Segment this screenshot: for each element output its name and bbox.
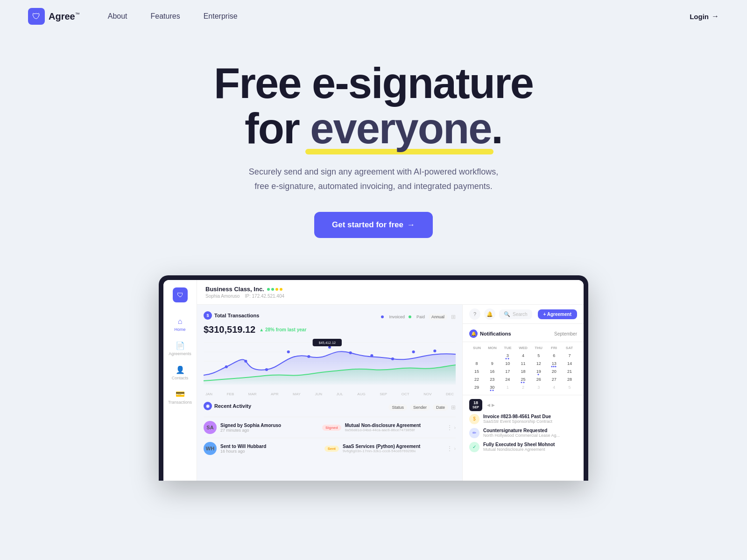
legend-invoiced: Invoiced (389, 315, 405, 319)
logo-icon: 🛡 (28, 8, 45, 25)
dollar-icon: $ (469, 414, 479, 424)
activity-grid-icon: ⊞ (451, 404, 456, 411)
top-bar: ? 🔔 🔍 Search + Agreement (463, 305, 584, 324)
dashboard-inner: 🛡 ⌂ Home 📄 Agreements 👤 Contacts 💳 Trans… (163, 280, 584, 481)
notif-item-countersign[interactable]: ✏ Countersignature Requested North Holly… (469, 428, 577, 438)
svg-point-7 (265, 368, 268, 371)
chart-svg: $45,412.12 (204, 338, 456, 389)
transactions-icon: 💳 (176, 390, 185, 399)
svg-point-12 (370, 354, 373, 357)
company-name: Business Class, Inc. (205, 286, 575, 293)
activity-title: ◉ Recent Activity (204, 402, 251, 410)
dashboard-sidebar: 🛡 ⌂ Home 📄 Agreements 👤 Contacts 💳 Trans… (163, 280, 197, 481)
dot-menu-1[interactable]: ⋮ (447, 424, 452, 431)
chevron-right-2[interactable]: › (454, 446, 456, 451)
activity-info-1: Signed by Sophia Amoruso 27 minutes ago (220, 423, 318, 433)
chart-controls: Invoiced Paid Annual ⊞ (381, 314, 456, 320)
nav-features[interactable]: Features (151, 12, 180, 21)
status-dot-2 (271, 288, 274, 291)
activity-doc-1: Mutual Non-disclosure Agreement 6a56d81d… (345, 423, 443, 432)
svg-point-9 (307, 355, 310, 358)
search-placeholder[interactable]: Search (513, 312, 528, 317)
chart-change: ▲ 28% from last year (259, 327, 306, 332)
activity-header: ◉ Recent Activity Status Sender Date ⊞ (204, 402, 456, 413)
sidebar-logo: 🛡 (173, 287, 188, 302)
sidebar-item-home[interactable]: ⌂ Home (163, 314, 197, 336)
hero-section: Free e-signature for everyone. Securely … (0, 33, 747, 275)
company-header: Business Class, Inc. Sophia Amoruso IP: … (197, 280, 584, 305)
chart-amount: $310,519.12 (204, 324, 255, 335)
activity-actions-1: ⋮ › (447, 424, 456, 431)
sidebar-label-agreements: Agreements (169, 351, 191, 356)
svg-text:$45,412.12: $45,412.12 (319, 341, 336, 345)
agreement-button[interactable]: + Agreement (538, 309, 577, 319)
notifications-icon: 🔔 (469, 329, 478, 338)
avatar-sophia: SA (204, 421, 217, 434)
hero-subtitle: Securely send and sign any agreement wit… (243, 165, 504, 193)
login-button[interactable]: Login → (690, 12, 719, 21)
sidebar-label-home: Home (174, 327, 185, 332)
badge-sent: Sent (324, 446, 339, 452)
svg-point-5 (225, 365, 228, 368)
svg-point-11 (349, 351, 352, 354)
svg-point-15 (433, 350, 436, 352)
dashboard-left-panel: $ Total Transactions Invoiced Paid Annua… (197, 305, 462, 481)
nav-about[interactable]: About (108, 12, 127, 21)
notifications-month: September (554, 331, 577, 336)
calendar: SUN MON TUE WED THU FRI SAT (463, 342, 584, 395)
check-icon: ✓ (469, 442, 479, 452)
hero-title: Free e-signature for everyone. (19, 61, 728, 151)
navbar: 🛡 Agree™ About Features Enterprise Login… (0, 0, 747, 33)
date-badge: 18 SEP (469, 399, 482, 411)
grid-icon: ⊞ (451, 314, 456, 320)
calendar-day-headers: SUN MON TUE WED THU FRI SAT (469, 346, 577, 350)
sidebar-item-agreements[interactable]: 📄 Agreements (163, 337, 197, 360)
dot-menu-2[interactable]: ⋮ (447, 445, 452, 452)
agreements-icon: 📄 (176, 341, 185, 350)
svg-point-6 (244, 360, 247, 363)
top-bar-left: ? 🔔 🔍 Search (469, 308, 532, 320)
filter-badges: Status Sender Date ⊞ (388, 404, 456, 411)
search-bar: 🔍 Search (499, 309, 532, 319)
nav-links: About Features Enterprise (108, 12, 690, 21)
contacts-icon: 👤 (176, 365, 185, 374)
filter-date[interactable]: Date (433, 404, 448, 411)
chevron-right-1[interactable]: › (454, 425, 456, 430)
dashboard-right-panel: ? 🔔 🔍 Search + Agreement (462, 305, 584, 481)
nav-enterprise[interactable]: Enterprise (204, 12, 238, 21)
sidebar-item-transactions[interactable]: 💳 Transactions (163, 386, 197, 408)
cta-button[interactable]: Get started for free → (314, 212, 433, 238)
sidebar-label-transactions: Transactions (168, 400, 192, 405)
chart-area: $45,412.12 (204, 338, 456, 389)
home-icon: ⌂ (178, 317, 183, 326)
sidebar-label-contacts: Contacts (172, 376, 189, 380)
legend-dot-paid (409, 315, 411, 318)
period-select[interactable]: Annual (429, 314, 447, 320)
legend-paid: Paid (416, 315, 425, 319)
help-icon[interactable]: ? (469, 308, 480, 320)
company-status-dots (267, 288, 282, 291)
mockup-wrapper: 🛡 ⌂ Home 📄 Agreements 👤 Contacts 💳 Trans… (0, 275, 747, 481)
chart-title: $ Total Transactions (204, 311, 259, 320)
logo[interactable]: 🛡 Agree™ (28, 8, 80, 25)
calendar-grid: 3 4 5 6 7 8 9 10 11 12 (469, 352, 577, 391)
svg-point-14 (412, 350, 415, 353)
dashboard-content: $ Total Transactions Invoiced Paid Annua… (197, 305, 584, 481)
sidebar-item-contacts[interactable]: 👤 Contacts (163, 362, 197, 384)
activity-row: SA Signed by Sophia Amoruso 27 minutes a… (204, 417, 456, 438)
notif-item-invoice[interactable]: $ Invoice #823-98-4561 Past Due SaaSStr … (469, 414, 577, 424)
notification-list: 18 SEP ◀ ▶ $ Invoice #823-98-4561 Past D… (463, 395, 584, 481)
svg-point-8 (287, 350, 290, 353)
activity-info-2: Sent to Will Hubbard 16 hours ago (220, 444, 321, 454)
activity-section: ◉ Recent Activity Status Sender Date ⊞ (204, 402, 456, 459)
filter-status[interactable]: Status (388, 404, 407, 411)
status-dot-3 (275, 288, 278, 291)
filter-sender[interactable]: Sender (410, 404, 430, 411)
company-sub: Sophia Amoruso IP: 172.42.521.404 (205, 294, 575, 299)
bell-icon[interactable]: 🔔 (484, 308, 495, 320)
status-dot-1 (267, 288, 270, 291)
notif-item-executed[interactable]: ✓ Fully Executed by Sheel Mohnot Mutual … (469, 442, 577, 452)
activity-icon: ◉ (204, 402, 212, 410)
badge-signed: Signed (322, 425, 341, 431)
svg-point-13 (391, 357, 394, 360)
